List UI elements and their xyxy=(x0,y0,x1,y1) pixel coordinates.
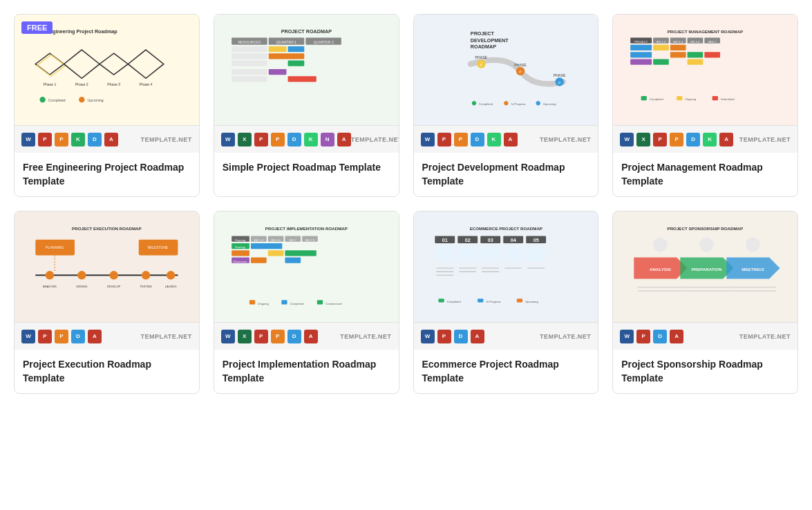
svg-rect-31 xyxy=(268,69,286,75)
svg-text:PROJECT: PROJECT xyxy=(634,40,648,44)
svg-point-85 xyxy=(46,271,54,279)
card-preview: PROJECT IMPLEMENTATION ROADMAP Ongoing W… xyxy=(214,211,399,350)
svg-rect-24 xyxy=(268,46,286,52)
app-icon: D xyxy=(287,133,301,147)
app-icon: W xyxy=(421,133,435,147)
svg-point-12 xyxy=(39,97,45,102)
app-icon: P xyxy=(55,133,68,147)
svg-point-48 xyxy=(504,101,508,105)
template-card-7[interactable]: ECOMMERCE PROJECT ROADMAP 01 02 03 04 05 xyxy=(413,211,599,394)
svg-text:MILESTONE: MILESTONE xyxy=(148,245,169,249)
preview-inner: ECOMMERCE PROJECT ROADMAP 01 02 03 04 05 xyxy=(414,211,598,322)
template-card-2[interactable]: PROJECT ROADMAP RESOURCES QUARTER 1 QUAR… xyxy=(214,14,399,197)
template-card-6[interactable]: PROJECT IMPLEMENTATION ROADMAP Ongoing W… xyxy=(214,211,399,394)
brand-label: TEMPLATE.NET xyxy=(739,333,791,340)
app-icon: A xyxy=(104,133,118,147)
svg-marker-2 xyxy=(37,55,65,76)
svg-text:PROJECT IMPLEMENTATION ROADMAP: PROJECT IMPLEMENTATION ROADMAP xyxy=(265,227,348,232)
card-toolbar: WPDA TEMPLATE.NET xyxy=(414,322,598,350)
app-icon: K xyxy=(703,133,717,147)
template-card-4[interactable]: PROJECT MANAGEMENT ROADMAP PROJECT WK 1-… xyxy=(612,14,798,197)
svg-marker-4 xyxy=(100,53,128,75)
template-card-3[interactable]: PROJECT DEVELOPMENT ROADMAP P P P PHASE … xyxy=(413,14,599,197)
preview-thumbnail: PROJECT DEVELOPMENT ROADMAP P P P PHASE … xyxy=(428,25,585,115)
svg-text:Phase 2: Phase 2 xyxy=(75,82,88,86)
template-card-1[interactable]: FREE Engineering Project Roadmap Phase 1… xyxy=(14,14,200,197)
svg-text:PREPARATION: PREPARATION xyxy=(692,267,723,272)
svg-text:Completed: Completed xyxy=(479,102,493,106)
svg-rect-135 xyxy=(457,247,478,261)
svg-text:02: 02 xyxy=(464,237,470,243)
svg-text:TESTING: TESTING xyxy=(140,285,152,288)
svg-rect-75 xyxy=(677,96,682,100)
app-icon: W xyxy=(21,133,35,147)
card-info: Project Development Roadmap Template xyxy=(414,153,598,196)
svg-rect-136 xyxy=(480,247,500,261)
svg-text:DEVELOPMENT: DEVELOPMENT xyxy=(470,37,508,44)
preview-thumbnail: PROJECT SPONSORSHIP ROADMAP ANALYSIS PRE… xyxy=(627,222,784,312)
card-toolbar: WXPPDA TEMPLATE.NET xyxy=(214,322,399,350)
app-icon: P xyxy=(38,133,52,147)
card-info: Project Sponsorship Roadmap Template xyxy=(613,350,797,393)
card-title: Free Engineering Project Roadmap Templat… xyxy=(23,161,191,188)
svg-text:Upcoming: Upcoming xyxy=(542,102,556,106)
app-icon: P xyxy=(437,133,451,147)
svg-text:Ongoing: Ongoing xyxy=(258,302,269,305)
svg-text:DESIGN: DESIGN xyxy=(76,285,87,288)
svg-text:03: 03 xyxy=(487,237,493,243)
card-title: Project Implementation Roadmap Template xyxy=(223,358,390,385)
svg-text:PROJECT MANAGEMENT ROADMAP: PROJECT MANAGEMENT ROADMAP xyxy=(668,29,743,34)
toolbar-icons: WPPDA xyxy=(21,330,102,343)
svg-text:WK6-7: WK6-7 xyxy=(708,40,717,44)
svg-text:Completed: Completed xyxy=(290,302,304,305)
card-info: Ecommerce Project Roadmap Template xyxy=(414,350,598,393)
app-icon: P xyxy=(437,330,451,343)
brand-label: TEMPLATE.NET xyxy=(340,333,391,340)
svg-rect-77 xyxy=(712,96,718,100)
svg-rect-30 xyxy=(232,69,267,75)
toolbar-icons: WXPPDA xyxy=(221,330,318,343)
svg-marker-5 xyxy=(128,50,164,78)
svg-text:DEVELOP: DEVELOP xyxy=(107,285,121,288)
svg-text:RESOURCES: RESOURCES xyxy=(238,40,261,44)
card-preview: ECOMMERCE PROJECT ROADMAP 01 02 03 04 05 xyxy=(414,211,598,350)
app-icon: P xyxy=(636,330,650,343)
card-info: Project Management Roadmap Template xyxy=(613,153,797,196)
svg-rect-68 xyxy=(688,52,704,57)
svg-rect-71 xyxy=(653,59,669,64)
template-grid: FREE Engineering Project Roadmap Phase 1… xyxy=(14,14,798,394)
svg-rect-109 xyxy=(251,243,282,249)
preview-inner: PROJECT EXECUTION ROADMAP PLANNING MILES… xyxy=(15,211,199,322)
svg-text:Phase 3: Phase 3 xyxy=(107,82,120,86)
svg-rect-116 xyxy=(285,258,301,263)
svg-text:WK 7: WK 7 xyxy=(290,238,297,242)
svg-text:QUARTER 2: QUARTER 2 xyxy=(313,40,333,44)
app-icon: A xyxy=(471,330,484,343)
card-info: Simple Project Roadmap Template xyxy=(214,153,399,183)
svg-text:PLANNING: PLANNING xyxy=(46,245,64,249)
svg-rect-70 xyxy=(630,59,652,64)
svg-text:ANALYSIS: ANALYSIS xyxy=(650,267,671,272)
svg-text:LAUNCH: LAUNCH xyxy=(165,285,177,288)
brand-label: TEMPLATE.NET xyxy=(540,333,591,340)
app-icon: X xyxy=(636,133,650,147)
svg-text:WK 1-3: WK 1-3 xyxy=(254,238,263,242)
card-toolbar: WPPDA TEMPLATE.NET xyxy=(15,322,199,350)
svg-text:Engineering Project Roadmap: Engineering Project Roadmap xyxy=(46,28,117,35)
svg-text:WK 4-6: WK 4-6 xyxy=(690,40,700,44)
template-card-5[interactable]: PROJECT EXECUTION ROADMAP PLANNING MILES… xyxy=(14,211,200,394)
svg-text:04: 04 xyxy=(510,237,516,243)
card-preview: PROJECT EXECUTION ROADMAP PLANNING MILES… xyxy=(15,211,199,350)
svg-rect-28 xyxy=(232,61,267,66)
svg-rect-27 xyxy=(268,53,304,59)
svg-text:05: 05 xyxy=(533,237,538,243)
app-icon: K xyxy=(487,133,501,147)
app-icon: P xyxy=(55,330,68,343)
svg-text:Upcoming: Upcoming xyxy=(88,98,104,102)
svg-text:Ongoing: Ongoing xyxy=(686,97,697,101)
template-card-8[interactable]: PROJECT SPONSORSHIP ROADMAP ANALYSIS PRE… xyxy=(612,211,798,394)
card-title: Project Execution Roadmap Template xyxy=(23,358,191,385)
svg-rect-69 xyxy=(705,52,721,57)
svg-text:Upcoming: Upcoming xyxy=(525,301,538,304)
svg-rect-63 xyxy=(630,45,652,50)
